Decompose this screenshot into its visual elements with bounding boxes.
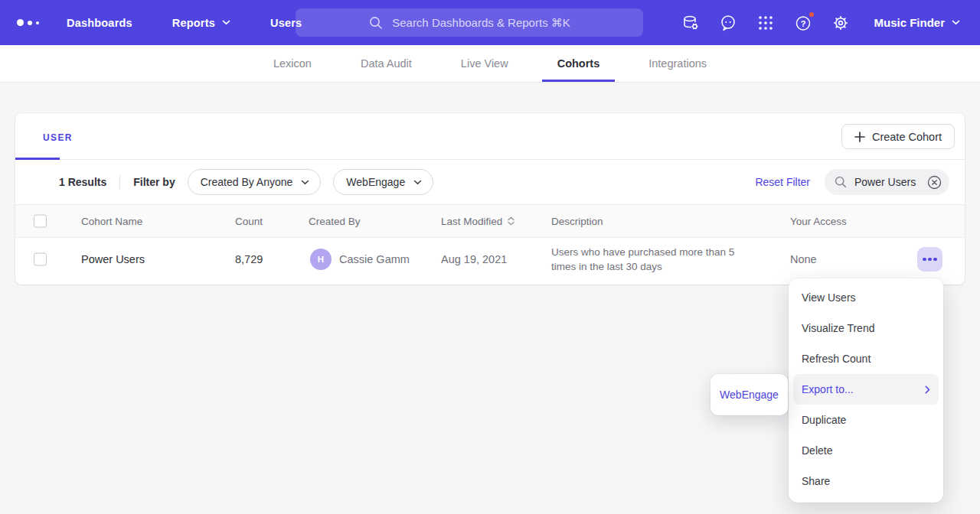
chevron-down-icon — [301, 180, 309, 185]
select-all-checkbox[interactable] — [34, 215, 47, 228]
results-count: 1 Results — [59, 176, 106, 188]
row-actions-menu: View Users Visualize Trend Refresh Count… — [789, 278, 943, 503]
project-switcher[interactable]: Music Finder — [874, 16, 960, 29]
column-header-count: Count — [235, 216, 263, 227]
nav-item-label: Dashboards — [67, 17, 132, 29]
tab-integrations[interactable]: Integrations — [633, 45, 722, 82]
avatar: H — [310, 249, 332, 270]
search-icon — [368, 15, 384, 31]
tab-label: Lexicon — [273, 57, 312, 70]
integration-filter-dropdown[interactable]: WebEngage — [333, 169, 433, 195]
notification-dot — [808, 11, 815, 18]
row-checkbox[interactable] — [34, 253, 47, 266]
search-icon — [834, 175, 848, 189]
menu-item-share[interactable]: Share — [789, 466, 943, 496]
tab-live-view[interactable]: Live View — [446, 45, 524, 82]
tab-label: Cohorts — [557, 57, 600, 70]
section-tabbar: Lexicon Data Audit Live View Cohorts Int… — [0, 45, 980, 83]
tab-cohorts[interactable]: Cohorts — [542, 45, 616, 82]
created-by-cell: H Cassie Gamm — [310, 249, 410, 270]
plus-icon — [854, 132, 865, 142]
cohort-search-input[interactable]: Power Users — [825, 169, 949, 195]
cohort-description: Users who have purchased more than 5 tim… — [551, 245, 749, 274]
integration-filter-value: WebEngage — [346, 176, 405, 188]
chevron-down-icon — [413, 180, 422, 185]
dot — [928, 258, 932, 262]
tab-user-cohorts[interactable]: USER — [43, 132, 73, 143]
cohort-count: 8,729 — [235, 253, 263, 265]
top-navbar: Dashboards Reports Users Search Dashboar… — [0, 0, 980, 45]
mixpanel-logo-icon[interactable] — [17, 19, 39, 26]
row-actions-button[interactable] — [917, 247, 942, 272]
create-cohort-label: Create Cohort — [872, 131, 942, 143]
menu-item-label: View Users — [802, 291, 856, 304]
tab-data-audit[interactable]: Data Audit — [345, 45, 427, 82]
table-header-row: Cohort Name Count Created By Last Modifi… — [15, 204, 965, 238]
menu-item-label: Refresh Count — [802, 353, 871, 365]
column-header-created-by: Created By — [309, 216, 361, 227]
page: Dashboards Reports Users Search Dashboar… — [0, 0, 980, 514]
column-header-your-access: Your Access — [790, 216, 847, 227]
tab-label: Live View — [461, 57, 508, 70]
cohort-name[interactable]: Power Users — [81, 253, 145, 265]
apps-button[interactable] — [756, 14, 775, 32]
chevron-down-icon — [952, 20, 960, 25]
project-name: Music Finder — [874, 16, 945, 29]
settings-button[interactable] — [831, 14, 850, 32]
column-header-cohort-name: Cohort Name — [81, 216, 142, 227]
clear-search-icon[interactable] — [927, 175, 942, 190]
menu-item-label: Visualize Trend — [802, 322, 874, 334]
dot — [923, 258, 926, 262]
gear-icon — [831, 14, 850, 32]
created-by-dropdown[interactable]: Created By Anyone — [188, 169, 322, 195]
nav-item-label: Reports — [172, 17, 215, 29]
menu-item-visualize-trend[interactable]: Visualize Trend — [789, 313, 943, 343]
submenu-item-webengage[interactable]: WebEngage — [720, 389, 779, 401]
svg-text:?: ? — [801, 18, 806, 28]
create-cohort-button[interactable]: Create Cohort — [841, 124, 955, 149]
card-header: USER Create Cohort — [15, 113, 965, 160]
tab-lexicon[interactable]: Lexicon — [258, 45, 327, 82]
feedback-button[interactable] — [719, 14, 737, 32]
tab-label: Data Audit — [361, 57, 412, 70]
menu-item-delete[interactable]: Delete — [789, 435, 943, 466]
export-submenu: WebEngage — [710, 374, 788, 415]
divider — [119, 175, 120, 189]
help-button[interactable]: ? — [794, 14, 812, 32]
column-header-label: Last Modified — [441, 216, 502, 227]
last-modified-date: Aug 19, 2021 — [441, 253, 507, 265]
menu-item-label: Duplicate — [802, 414, 846, 426]
sort-icon — [508, 216, 514, 226]
menu-item-export-to[interactable]: Export to... — [793, 374, 939, 405]
reset-filter-link[interactable]: Reset Filter — [755, 176, 810, 188]
menu-item-view-users[interactable]: View Users — [789, 282, 943, 313]
data-settings-button[interactable] — [681, 14, 700, 32]
cohort-search-value: Power Users — [854, 176, 920, 188]
global-search-input[interactable]: Search Dashboards & Reports ⌘K — [296, 8, 643, 37]
tab-label: Integrations — [648, 57, 707, 70]
access-value: None — [790, 253, 817, 265]
filter-bar: 1 Results Filter by Created By Anyone We… — [15, 160, 965, 204]
created-by-dropdown-value: Created By Anyone — [201, 176, 293, 188]
column-header-last-modified[interactable]: Last Modified — [441, 216, 514, 227]
chevron-right-icon — [925, 386, 930, 394]
navbar-right-group: ? Music Finder — [681, 14, 960, 32]
chevron-down-icon — [222, 20, 230, 25]
database-gear-icon — [681, 14, 700, 32]
active-tab-underline — [15, 158, 60, 160]
nav-item-reports[interactable]: Reports — [172, 17, 230, 29]
menu-item-label: Export to... — [802, 383, 854, 395]
speech-bubble-icon — [719, 14, 737, 32]
creator-name: Cassie Gamm — [339, 253, 410, 265]
menu-item-duplicate[interactable]: Duplicate — [789, 405, 943, 435]
primary-nav: Dashboards Reports Users — [67, 17, 302, 29]
menu-item-label: Share — [802, 475, 830, 487]
nav-item-dashboards[interactable]: Dashboards — [67, 17, 132, 29]
filter-by-label: Filter by — [133, 176, 175, 188]
global-search-placeholder: Search Dashboards & Reports ⌘K — [392, 16, 570, 30]
cohorts-card: USER Create Cohort 1 Results Filter by C… — [15, 113, 965, 285]
dot — [933, 258, 937, 262]
menu-item-refresh-count[interactable]: Refresh Count — [789, 343, 943, 374]
menu-item-label: Delete — [802, 444, 832, 457]
table-row-power-users[interactable]: Power Users 8,729 H Cassie Gamm Aug 19, … — [15, 238, 965, 281]
